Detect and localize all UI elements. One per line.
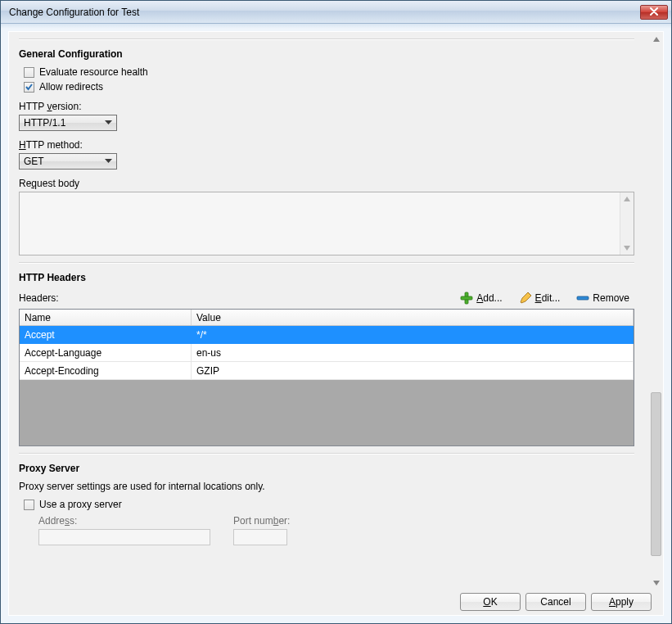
ok-button[interactable]: OK <box>460 593 521 611</box>
divider <box>19 262 634 264</box>
scroll-down-icon <box>650 577 662 590</box>
scroll-up-icon <box>650 33 662 46</box>
close-icon <box>649 7 659 18</box>
chevron-down-icon <box>101 154 115 169</box>
table-row[interactable]: Accept-EncodingGZIP <box>20 362 634 380</box>
use-proxy-checkbox[interactable] <box>24 500 34 510</box>
col-header-value[interactable]: Value <box>192 310 634 325</box>
allow-redirects-checkbox[interactable] <box>24 82 34 93</box>
http-method-combobox[interactable]: GET <box>19 153 117 170</box>
title-bar: Change Configuration for Test <box>1 1 671 24</box>
request-body-label: Request body <box>19 178 634 189</box>
table-row[interactable]: Accept-Languageen-us <box>20 344 634 362</box>
allow-redirects-label: Allow redirects <box>39 81 103 93</box>
divider <box>19 38 634 40</box>
dialog-window: Change Configuration for Test General Co… <box>0 0 672 624</box>
header-name-cell: Accept-Encoding <box>20 362 192 380</box>
header-name-cell: Accept-Language <box>20 344 192 362</box>
window-title: Change Configuration for Test <box>9 7 640 18</box>
proxy-hint: Proxy server settings are used for inter… <box>19 481 634 492</box>
evaluate-health-row: Evaluate resource health <box>24 66 634 78</box>
section-title-proxy: Proxy Server <box>19 463 634 474</box>
scroll-up-icon <box>620 192 634 206</box>
table-row[interactable]: Accept*/* <box>20 326 634 344</box>
use-proxy-row: Use a proxy server <box>24 499 634 510</box>
dialog-footer: OK Cancel Apply <box>9 590 663 615</box>
pencil-icon <box>519 292 532 305</box>
proxy-address-label: Address: <box>38 515 210 527</box>
chevron-down-icon <box>101 115 115 130</box>
header-value-cell: */* <box>192 326 634 344</box>
proxy-port-input[interactable] <box>233 529 287 545</box>
http-version-label: HTTP version: <box>19 101 634 112</box>
minus-icon <box>576 292 589 305</box>
textarea-scrollbar[interactable] <box>620 192 634 255</box>
svg-rect-1 <box>461 296 472 300</box>
col-header-name[interactable]: Name <box>20 310 192 325</box>
http-method-value: GET <box>24 156 101 167</box>
proxy-port-label: Port number: <box>233 515 290 527</box>
request-body-textarea[interactable] <box>19 192 634 255</box>
client-area: General Configuration Evaluate resource … <box>1 24 671 623</box>
remove-header-label: Remove <box>593 292 629 304</box>
headers-table-head: Name Value <box>20 310 634 326</box>
http-version-combobox[interactable]: HTTP/1.1 <box>19 115 117 131</box>
content-panel: General Configuration Evaluate resource … <box>8 31 664 616</box>
divider <box>19 453 634 454</box>
evaluate-health-label: Evaluate resource health <box>39 66 148 78</box>
http-version-value: HTTP/1.1 <box>24 117 101 129</box>
use-proxy-label: Use a proxy server <box>39 499 122 510</box>
section-title-general: General Configuration <box>19 48 634 60</box>
proxy-address-input[interactable] <box>38 529 210 545</box>
allow-redirects-row: Allow redirects <box>24 81 634 93</box>
close-button[interactable] <box>640 5 668 20</box>
scroll-area: General Configuration Evaluate resource … <box>9 32 663 590</box>
proxy-fields: Address: Port number: <box>38 515 634 545</box>
header-value-cell: en-us <box>192 344 634 362</box>
apply-button[interactable]: Apply <box>591 593 652 611</box>
vertical-scrollbar[interactable] <box>649 32 663 590</box>
scroll-thumb[interactable] <box>651 392 661 556</box>
add-header-button[interactable]: Add... <box>455 290 507 306</box>
form-content: General Configuration Evaluate resource … <box>9 32 649 590</box>
proxy-port-field: Port number: <box>233 515 290 545</box>
plus-icon <box>460 292 473 305</box>
proxy-address-field: Address: <box>38 515 210 545</box>
section-title-headers: HTTP Headers <box>19 272 634 283</box>
headers-table: Name Value Accept*/*Accept-Languageen-us… <box>19 309 634 446</box>
svg-rect-2 <box>577 296 589 300</box>
cancel-button[interactable]: Cancel <box>525 593 586 611</box>
http-method-label: HTTP method: <box>19 139 634 151</box>
header-value-cell: GZIP <box>192 362 634 380</box>
header-name-cell: Accept <box>20 326 192 344</box>
headers-label: Headers: <box>19 292 449 304</box>
headers-table-body: Accept*/*Accept-Languageen-usAccept-Enco… <box>20 326 634 380</box>
remove-header-button[interactable]: Remove <box>571 290 634 306</box>
evaluate-health-checkbox[interactable] <box>24 67 34 78</box>
edit-header-button[interactable]: Edit... <box>514 290 566 306</box>
scroll-down-icon <box>620 242 634 255</box>
headers-toolbar: Headers: Add... Edit... <box>19 290 634 306</box>
